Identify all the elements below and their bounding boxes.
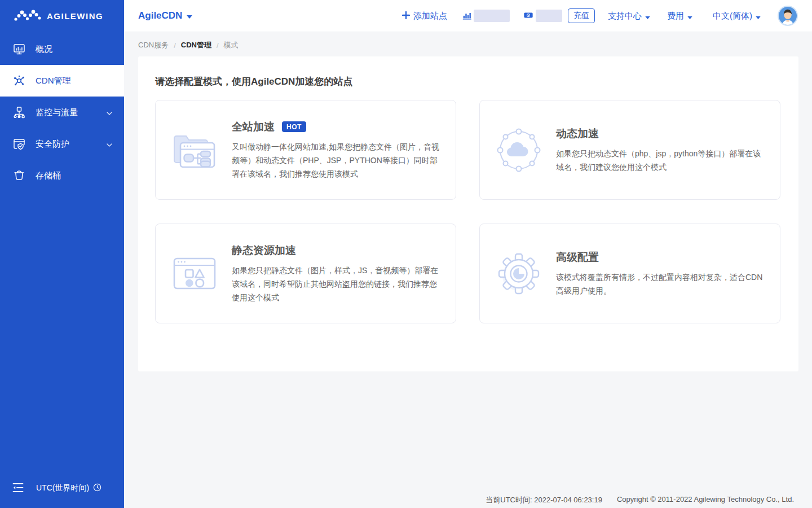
card-body: 静态资源加速 如果您只把静态文件（图片，样式，JS，音视频等）部署在该域名，同时… (232, 243, 444, 304)
page-title: 请选择配置模式，使用AgileCDN加速您的站点 (155, 75, 782, 88)
static-acceleration-icon (169, 248, 220, 300)
user-avatar[interactable] (778, 6, 798, 26)
cdn-manage-icon (12, 74, 26, 87)
card-dynamic-acceleration[interactable]: 动态加速 如果您只把动态文件（php、jsp，python等接口）部署在该域名，… (479, 100, 780, 200)
sidebar-item-security[interactable]: 安全防护 (0, 128, 124, 160)
dashboard-icon (12, 42, 26, 56)
caret-down-icon (687, 11, 692, 21)
balance-value-redacted (536, 10, 562, 22)
chevron-down-icon (106, 139, 113, 149)
chevron-down-icon (106, 108, 113, 117)
traffic-value-redacted (474, 10, 510, 22)
card-description: 如果您只把静态文件（图片，样式，JS，音视频等）部署在该域名，同时希望防止其他网… (232, 264, 444, 304)
card-body: 高级配置 该模式将覆盖所有情形，不过配置内容相对复杂，适合CDN高级用户使用。 (556, 250, 769, 297)
topbar-right: 添加站点 (402, 6, 798, 26)
card-description: 该模式将覆盖所有情形，不过配置内容相对复杂，适合CDN高级用户使用。 (556, 270, 769, 297)
nav-label: 支持中心 (608, 11, 642, 21)
account-balance[interactable] (523, 10, 562, 22)
caret-down-icon (187, 10, 192, 21)
sidebar-item-overview[interactable]: 概况 (0, 33, 124, 65)
mode-cards: 全站加速 HOT 又叫做动静一体化网站加速,如果您把静态文件（图片，音视频等）和… (155, 100, 782, 323)
logo-text: AGILEWING (47, 11, 103, 21)
breadcrumb-mode: 模式 (224, 40, 239, 50)
breadcrumb-cdn-manage[interactable]: CDN管理 (181, 40, 211, 50)
traffic-usage[interactable] (462, 10, 510, 22)
copyright-text: Copyright © 2011-2022 Agilewing Technolo… (617, 495, 794, 505)
clock-icon (93, 483, 102, 493)
bar-chart-icon (462, 10, 472, 22)
topbar: AgileCDN 添加站点 (124, 0, 812, 32)
agilewing-logo[interactable]: AGILEWING (0, 0, 124, 32)
card-whole-site-acceleration[interactable]: 全站加速 HOT 又叫做动静一体化网站加速,如果您把静态文件（图片，音视频等）和… (155, 100, 456, 200)
sidebar-item-label: 存储桶 (36, 170, 61, 181)
product-switcher[interactable]: AgileCDN (138, 10, 192, 21)
sidebar-bottom: UTC(世界时间) (0, 474, 124, 502)
nav-label: 费用 (667, 11, 684, 21)
add-site-button[interactable]: 添加站点 (402, 11, 447, 21)
sidebar: AGILEWING 概况 (0, 0, 124, 508)
sidebar-item-bucket[interactable]: 存储桶 (0, 160, 124, 191)
logo-wing-icon (14, 8, 43, 25)
banknote-icon (523, 10, 533, 22)
card-static-acceleration[interactable]: 静态资源加速 如果您只把静态文件（图片，样式，JS，音视频等）部署在该域名，同时… (155, 224, 456, 323)
nav-billing[interactable]: 费用 (667, 11, 692, 21)
bucket-icon (12, 169, 26, 182)
card-advanced-config[interactable]: 高级配置 该模式将覆盖所有情形，不过配置内容相对复杂，适合CDN高级用户使用。 (479, 224, 780, 323)
nav-language[interactable]: 中文(简体) (713, 11, 761, 21)
card-body: 全站加速 HOT 又叫做动静一体化网站加速,如果您把静态文件（图片，音视频等）和… (232, 120, 444, 181)
utc-time-text: 当前UTC时间: 2022-07-04 06:23:19 (486, 495, 602, 505)
recharge-button[interactable]: 充值 (568, 8, 595, 23)
timezone-label: UTC(世界时间) (36, 483, 89, 493)
product-name: AgileCDN (138, 10, 182, 21)
card-title: 全站加速 (232, 120, 275, 134)
sidebar-item-label: 监控与流量 (36, 107, 78, 118)
sidebar-item-label: CDN管理 (36, 76, 71, 86)
add-site-label: 添加站点 (413, 11, 447, 21)
security-shield-icon (12, 137, 26, 151)
mode-select-panel: 请选择配置模式，使用AgileCDN加速您的站点 (138, 56, 798, 371)
nav-label: 中文(简体) (713, 11, 752, 21)
timezone-selector[interactable]: UTC(世界时间) (36, 483, 102, 493)
advanced-config-icon (493, 248, 545, 300)
sidebar-item-cdn-manage[interactable]: CDN管理 (0, 65, 124, 97)
card-title: 高级配置 (556, 250, 599, 265)
main-area: AgileCDN 添加站点 (124, 0, 812, 508)
breadcrumb-separator: / (217, 41, 219, 50)
sidebar-menu: 概况 CDN管理 (0, 33, 124, 191)
card-description: 又叫做动静一体化网站加速,如果您把静态文件（图片，音视频等）和动态文件（PHP、… (232, 140, 444, 181)
nav-support-center[interactable]: 支持中心 (608, 11, 650, 21)
card-title: 静态资源加速 (232, 243, 296, 258)
sidebar-item-label: 安全防护 (36, 139, 69, 150)
hot-badge: HOT (282, 121, 306, 132)
breadcrumb: CDN服务 / CDN管理 / 模式 (124, 32, 812, 56)
breadcrumb-cdn-service[interactable]: CDN服务 (138, 40, 169, 50)
plus-icon (402, 11, 410, 21)
sidebar-item-monitor-traffic[interactable]: 监控与流量 (0, 97, 124, 128)
collapse-menu-icon[interactable] (12, 483, 24, 494)
card-body: 动态加速 如果您只把动态文件（php、jsp，python等接口）部署在该域名，… (556, 126, 769, 174)
caret-down-icon (756, 11, 761, 21)
sidebar-item-label: 概况 (36, 44, 52, 55)
card-description: 如果您只把动态文件（php、jsp，python等接口）部署在该域名，我们建议您… (556, 147, 769, 174)
monitor-traffic-icon (12, 106, 26, 119)
card-title: 动态加速 (556, 126, 599, 141)
dynamic-acceleration-icon (493, 124, 545, 176)
whole-site-icon (169, 124, 220, 176)
page-footer: 当前UTC时间: 2022-07-04 06:23:19 Copyright ©… (486, 495, 794, 505)
caret-down-icon (645, 11, 650, 21)
breadcrumb-separator: / (174, 41, 176, 50)
